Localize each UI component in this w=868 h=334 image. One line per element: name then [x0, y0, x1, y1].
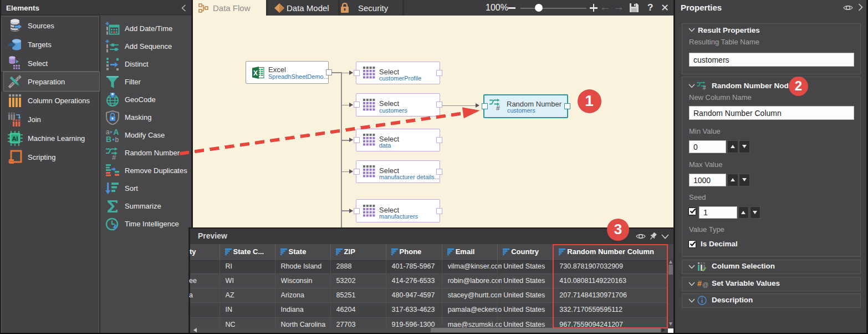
svg-text:A: A	[114, 128, 119, 136]
svg-text:#: #	[112, 153, 116, 160]
svg-text:B: B	[106, 135, 111, 143]
svg-text:X: X	[253, 69, 258, 77]
svg-text:b: b	[115, 136, 119, 143]
svg-text:AI: AI	[12, 135, 18, 142]
